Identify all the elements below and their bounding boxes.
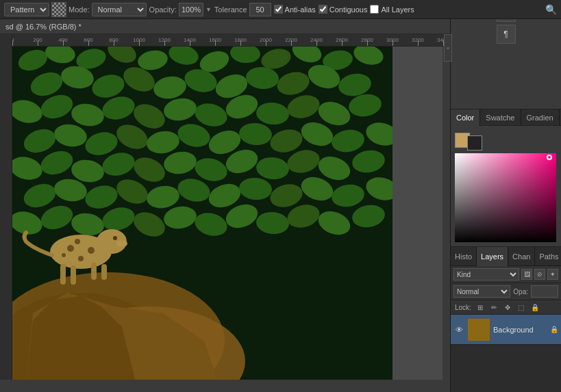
tab-channels[interactable]: Chan — [508, 247, 535, 266]
ruler-tick-label: 2000 — [260, 37, 272, 43]
layers-list: 👁 Background 🔒 — [451, 315, 561, 392]
lock-artboard-icon[interactable]: ⬚ — [516, 302, 526, 312]
lock-pixels-icon[interactable]: ⊞ — [475, 302, 485, 312]
tolerance-group: Tolerance — [214, 3, 271, 16]
toolbar: Pattern Mode: Normal Opacity: ▼ Toleranc… — [0, 0, 561, 19]
color-picker-handle[interactable] — [547, 155, 552, 160]
mode-label: Mode: — [68, 5, 90, 14]
svg-rect-102 — [12, 47, 392, 380]
color-section: Color Swatche Gradien P — [451, 109, 561, 247]
tool-select[interactable]: Pattern — [4, 3, 49, 16]
mode-select[interactable]: Normal — [92, 3, 147, 16]
layer-thumbnail — [467, 318, 490, 341]
layers-opacity-input[interactable] — [531, 285, 558, 298]
color-picker-area — [451, 126, 561, 246]
ruler-tick-label: 2800 — [361, 37, 373, 43]
ruler-tick-label: 1400 — [184, 37, 196, 43]
layer-visibility-toggle[interactable]: 👁 — [453, 324, 464, 335]
ruler-tick-label: 1600 — [209, 37, 221, 43]
layers-filter-row: Kind 🖼 ⊘ ✦ — [451, 266, 561, 283]
ruler-tick-label: 2200 — [285, 37, 297, 43]
all-layers-label: All Layers — [381, 5, 414, 14]
tab-color[interactable]: Color — [451, 109, 480, 126]
canvas-area[interactable] — [12, 47, 442, 380]
ruler-tick-label: 2600 — [336, 37, 348, 43]
layers-lock-row: Lock: ⊞ ✏ ✥ ⬚ 🔒 — [451, 300, 561, 315]
paragraph-icon[interactable]: ¶ — [497, 25, 516, 44]
canvas-image — [12, 47, 392, 380]
ruler-tick-label: 400 — [58, 37, 67, 43]
layer-name: Background — [493, 326, 547, 334]
anti-alias-label: Anti-alias — [285, 5, 316, 14]
tab-paths[interactable]: Paths — [535, 247, 561, 266]
lock-all-icon[interactable]: 🔒 — [530, 302, 540, 312]
tolerance-label: Tolerance — [214, 5, 247, 14]
tab-layers[interactable]: Layers — [477, 247, 508, 266]
opacity-input[interactable] — [179, 3, 203, 16]
document-title: sd @ 16.7% (RGB/8) * — [5, 23, 82, 31]
tab-swatches[interactable]: Swatche — [480, 109, 521, 126]
ruler-tick-label: 1200 — [158, 37, 171, 43]
ruler-tick-label: 3200 — [412, 37, 424, 43]
background-color-swatch[interactable] — [467, 135, 482, 151]
blend-mode-select[interactable]: Normal — [453, 285, 510, 298]
ruler-tick-label: 1000 — [133, 37, 145, 43]
lock-label: Lock: — [455, 304, 471, 311]
layers-blend-row: Normal Opa: — [451, 283, 561, 300]
ruler-tick-label: 2400 — [310, 37, 323, 43]
document-title-bar: sd @ 16.7% (RGB/8) * — [0, 19, 452, 34]
color-gradient-picker[interactable] — [455, 153, 556, 242]
pattern-preview[interactable] — [51, 2, 66, 17]
opacity-label: Opa: — [513, 288, 528, 296]
ruler-horizontal: 0200400600800100012001400160018002000220… — [0, 34, 452, 47]
tab-gradient[interactable]: Gradien — [521, 109, 560, 126]
ruler-tick-label: 600 — [84, 37, 92, 43]
layers-filter-fx-icon[interactable]: ✦ — [547, 269, 558, 280]
tool-group: Pattern Mode: Normal — [4, 2, 147, 17]
ruler-tick-label: 200 — [33, 37, 42, 43]
layer-lock-icon: 🔒 — [550, 326, 558, 333]
ruler-tick-label: 1800 — [234, 37, 247, 43]
layer-item[interactable]: 👁 Background 🔒 — [451, 315, 561, 345]
right-panel: A ¶ Color Swatche Gradien P — [450, 0, 561, 392]
ruler-tick-label: 3000 — [386, 37, 399, 43]
contiguous-label: Contiguous — [329, 5, 368, 14]
anti-alias-checkbox[interactable] — [274, 5, 283, 14]
layers-section: Histo Layers Chan Paths Kind 🖼 ⊘ ✦ Norm — [451, 247, 561, 392]
contiguous-group: Contiguous — [319, 5, 368, 14]
lock-draw-icon[interactable]: ✏ — [489, 302, 499, 312]
ruler-vertical — [0, 34, 12, 380]
lock-move-icon[interactable]: ✥ — [503, 302, 512, 312]
ruler-tick-label: 800 — [109, 37, 118, 43]
layers-kind-select[interactable]: Kind — [453, 268, 519, 280]
anti-alias-group: Anti-alias — [274, 5, 316, 14]
layers-tabs: Histo Layers Chan Paths — [451, 247, 561, 266]
layers-filter-no-icon[interactable]: ⊘ — [534, 269, 545, 280]
tab-histogram[interactable]: Histo — [451, 247, 477, 266]
opacity-label: Opacity: — [149, 5, 177, 14]
color-swatches-row — [455, 130, 557, 151]
color-tabs: Color Swatche Gradien P — [451, 109, 561, 126]
search-button[interactable]: 🔍 — [545, 4, 557, 15]
contiguous-checkbox[interactable] — [319, 5, 327, 14]
opacity-group: Opacity: ▼ — [149, 3, 212, 16]
all-layers-group: All Layers — [370, 5, 414, 14]
layers-filter-image-icon[interactable]: 🖼 — [521, 269, 532, 280]
panel-collapse-button[interactable]: « — [444, 34, 452, 62]
tolerance-input[interactable] — [249, 3, 271, 16]
all-layers-checkbox[interactable] — [370, 5, 379, 14]
